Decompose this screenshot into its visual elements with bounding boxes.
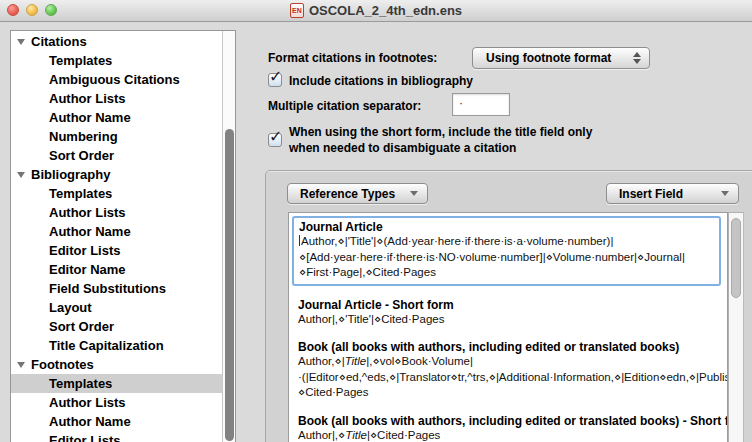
- template-entry[interactable]: Book (all books with authors, including …: [292, 414, 727, 442]
- sidebar-item-label: Numbering: [49, 127, 118, 146]
- sidebar-item[interactable]: Editor Lists: [11, 241, 222, 260]
- template-entry-body[interactable]: Author|,⋄Title|⋄Cited·Pages: [298, 428, 727, 442]
- insert-field-dropdown[interactable]: Insert Field: [606, 183, 739, 204]
- template-entry-body[interactable]: Author|,⋄'Title'|⋄Cited·Pages: [298, 312, 727, 328]
- sidebar-item-label: Author Lists: [49, 393, 126, 412]
- sidebar-item[interactable]: Layout: [11, 298, 222, 317]
- template-entry-title: Journal Article: [299, 220, 714, 234]
- sidebar-item-label: Sort Order: [49, 146, 114, 165]
- template-entry[interactable]: Journal Article Author,⋄|'Title'|⋄(Add·y…: [292, 216, 721, 286]
- sidebar-item-label: Citations: [31, 32, 87, 51]
- sections-tree: Citations Templates Ambiguous Citations …: [11, 31, 222, 442]
- format-citations-value: Using footnote format: [486, 51, 633, 65]
- disclosure-triangle-icon[interactable]: [17, 39, 25, 45]
- sidebar-item[interactable]: Footnotes: [11, 355, 222, 374]
- window-title: OSCOLA_2_4th_edn.ens: [309, 3, 462, 18]
- sidebar-item[interactable]: Templates: [11, 51, 222, 70]
- sidebar-item[interactable]: Field Substitutions: [11, 279, 222, 298]
- sidebar-item[interactable]: Editor Lists: [11, 431, 222, 442]
- separator-label: Multiple citation separator:: [268, 99, 421, 113]
- short-form-label[interactable]: When using the short form, include the t…: [289, 124, 689, 156]
- sidebar-item-label: Author Name: [49, 222, 131, 241]
- template-entry[interactable]: Journal Article - Short form Author|,⋄'T…: [292, 298, 727, 328]
- sidebar-item-label: Author Lists: [49, 203, 126, 222]
- template-entry-title: Book (all books with authors, including …: [298, 340, 727, 354]
- dropdown-arrow-icon: [721, 191, 729, 196]
- template-entry-body[interactable]: Author,⋄|'Title'|⋄(Add·year·here·if·ther…: [299, 234, 714, 281]
- style-sections-sidebar: Citations Templates Ambiguous Citations …: [10, 30, 236, 442]
- sidebar-item[interactable]: Templates: [11, 374, 222, 393]
- template-list-scrollbar-thumb[interactable]: [731, 218, 741, 298]
- sidebar-item-label: Layout: [49, 298, 92, 317]
- sidebar-item-label: Author Name: [49, 108, 131, 127]
- sidebar-item-label: Bibliography: [31, 165, 110, 184]
- sidebar-item-label: Field Substitutions: [49, 279, 166, 298]
- minimize-button[interactable]: [26, 4, 38, 16]
- sidebar-item-label: Editor Lists: [49, 241, 121, 260]
- sidebar-item[interactable]: Templates: [11, 184, 222, 203]
- sidebar-item[interactable]: Author Name: [11, 108, 222, 127]
- sidebar-scrollbar[interactable]: [222, 31, 235, 442]
- zoom-button[interactable]: [45, 4, 57, 16]
- template-list-scrollbar[interactable]: [728, 212, 744, 442]
- sidebar-item[interactable]: Sort Order: [11, 317, 222, 336]
- format-citations-label: Format citations in footnotes:: [268, 51, 437, 65]
- sidebar-item[interactable]: Author Lists: [11, 89, 222, 108]
- sidebar-item-label: Editor Lists: [49, 431, 121, 442]
- close-button[interactable]: [7, 4, 19, 16]
- sidebar-item[interactable]: Editor Name: [11, 260, 222, 279]
- sidebar-item-label: Templates: [49, 374, 112, 393]
- sidebar-item[interactable]: Sort Order: [11, 146, 222, 165]
- sidebar-item-label: Templates: [49, 51, 112, 70]
- sidebar-item-label: Editor Name: [49, 260, 126, 279]
- sidebar-item-label: Sort Order: [49, 317, 114, 336]
- window-controls: [7, 4, 57, 16]
- sidebar-item-label: Footnotes: [31, 355, 94, 374]
- sidebar-item[interactable]: Author Name: [11, 412, 222, 431]
- template-entry-title: Book (all books with authors, including …: [298, 414, 727, 428]
- endnote-document-icon: EN: [290, 3, 304, 18]
- short-form-checkbox[interactable]: ✓: [268, 133, 282, 147]
- reference-types-label: Reference Types: [300, 187, 402, 201]
- endnote-style-window: { "window": { "title": "OSCOLA_2_4th_edn…: [0, 0, 752, 442]
- dropdown-arrow-icon: [410, 191, 418, 196]
- template-entry-body[interactable]: Author,⋄|Title|,⋄vol⋄Book·Volume|·(|Edit…: [298, 354, 727, 401]
- sidebar-item[interactable]: Author Lists: [11, 393, 222, 412]
- title-group: EN OSCOLA_2_4th_edn.ens: [290, 3, 462, 18]
- disclosure-triangle-icon[interactable]: [17, 172, 25, 178]
- sidebar-item-label: Title Capitalization: [49, 336, 164, 355]
- sidebar-item-label: Templates: [49, 184, 112, 203]
- sidebar-item[interactable]: Numbering: [11, 127, 222, 146]
- include-citations-label[interactable]: Include citations in bibliography: [289, 74, 473, 88]
- sidebar-item[interactable]: Ambiguous Citations: [11, 70, 222, 89]
- sidebar-scrollbar-thumb[interactable]: [225, 129, 234, 441]
- sidebar-item-label: Author Lists: [49, 89, 126, 108]
- reference-types-dropdown[interactable]: Reference Types: [287, 183, 428, 204]
- popup-arrows-icon: [633, 52, 641, 64]
- sidebar-item[interactable]: Citations: [11, 32, 222, 51]
- sidebar-item[interactable]: Bibliography: [11, 165, 222, 184]
- separator-input[interactable]: ·: [452, 93, 510, 116]
- sidebar-item[interactable]: Title Capitalization: [11, 336, 222, 355]
- template-editor-list[interactable]: Journal Article Author,⋄|'Title'|⋄(Add·y…: [288, 212, 728, 442]
- sidebar-item[interactable]: Author Name: [11, 222, 222, 241]
- sidebar-item-label: Author Name: [49, 412, 131, 431]
- checkmark-icon: ✓: [269, 67, 282, 86]
- include-citations-checkbox[interactable]: ✓: [268, 73, 282, 87]
- template-entry[interactable]: Book (all books with authors, including …: [292, 340, 727, 401]
- format-citations-dropdown[interactable]: Using footnote format: [472, 47, 650, 69]
- disclosure-triangle-icon[interactable]: [17, 362, 25, 368]
- checkmark-icon: ✓: [269, 127, 282, 146]
- template-entry-title: Journal Article - Short form: [298, 298, 727, 312]
- sidebar-item[interactable]: Author Lists: [11, 203, 222, 222]
- insert-field-label: Insert Field: [619, 187, 713, 201]
- sidebar-item-label: Ambiguous Citations: [49, 70, 180, 89]
- title-bar: EN OSCOLA_2_4th_edn.ens: [0, 0, 752, 22]
